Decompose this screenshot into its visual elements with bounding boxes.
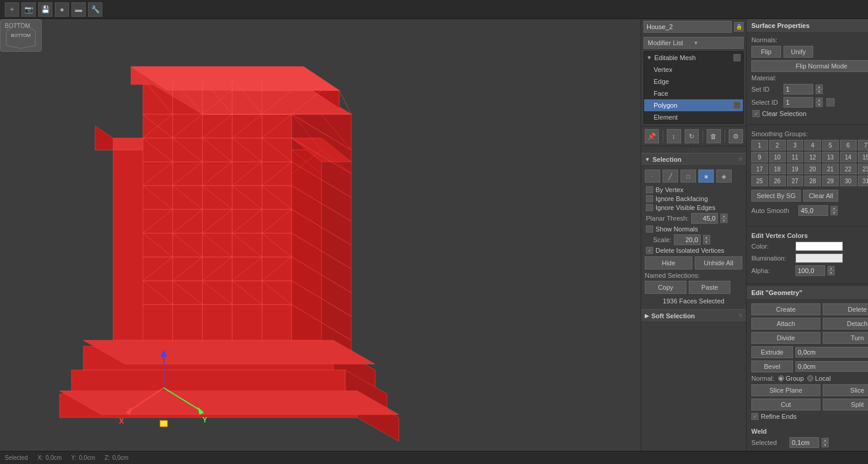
sg-btn-9[interactable]: 9 <box>751 152 768 162</box>
auto-smooth-up[interactable]: ▲ <box>830 206 838 211</box>
select-id-extra-arrow[interactable] <box>826 98 835 106</box>
sg-btn-28[interactable]: 28 <box>804 175 821 186</box>
set-id-input[interactable] <box>783 84 813 95</box>
square-icon[interactable]: ▬ <box>71 2 86 17</box>
select-id-up[interactable]: ▲ <box>816 98 823 102</box>
attach-button[interactable]: Attach <box>751 318 820 330</box>
soft-selection-header[interactable]: ▶ Soft Selection ⠿ <box>641 309 746 322</box>
polygon-sel-icon[interactable]: ■ <box>698 170 714 183</box>
sg-btn-3[interactable]: 3 <box>787 140 804 151</box>
sg-btn-17[interactable]: 17 <box>751 164 768 174</box>
save-icon[interactable]: 💾 <box>38 2 52 17</box>
detach-button[interactable]: Detach <box>823 318 868 330</box>
show-normals-checkbox[interactable] <box>646 225 653 233</box>
bevel-input[interactable] <box>795 361 868 372</box>
planar-thresh-down[interactable]: ▼ <box>720 218 728 223</box>
divide-button[interactable]: Divide <box>751 332 820 344</box>
alpha-up[interactable]: ▲ <box>828 266 835 271</box>
clear-all-button[interactable]: Clear All <box>803 190 838 202</box>
cut-button[interactable]: Cut <box>751 399 820 410</box>
select-id-down[interactable]: ▼ <box>816 102 823 107</box>
slice-button[interactable]: Slice <box>823 384 868 396</box>
flip-button[interactable]: Flip <box>751 46 781 58</box>
sg-btn-30[interactable]: 30 <box>840 175 857 186</box>
planar-thresh-input[interactable] <box>691 213 718 224</box>
ignore-visible-checkbox[interactable] <box>646 204 653 211</box>
move-icon[interactable]: ↕ <box>667 129 681 143</box>
sg-btn-6[interactable]: 6 <box>840 140 857 151</box>
slice-plane-button[interactable]: Slice Plane <box>751 384 820 396</box>
sg-btn-23[interactable]: 23 <box>858 164 869 174</box>
unhide-all-button[interactable]: Unhide All <box>695 256 742 269</box>
sg-btn-13[interactable]: 13 <box>822 152 839 162</box>
sg-btn-19[interactable]: 19 <box>787 164 804 174</box>
lock-button[interactable]: 🔒 <box>734 22 744 32</box>
vertex-sel-icon[interactable]: · <box>645 170 660 183</box>
sg-btn-18[interactable]: 18 <box>769 164 786 174</box>
border-sel-icon[interactable]: □ <box>680 170 696 183</box>
viewport[interactable]: BOTTOM <box>0 19 641 451</box>
auto-smooth-input[interactable] <box>798 205 828 216</box>
sg-btn-27[interactable]: 27 <box>787 175 804 186</box>
illumination-swatch[interactable] <box>795 253 843 263</box>
tree-item-polygon[interactable]: Polygon <box>644 99 743 111</box>
auto-smooth-down[interactable]: ▼ <box>830 211 838 215</box>
sg-btn-20[interactable]: 20 <box>804 164 821 174</box>
alpha-down[interactable]: ▼ <box>828 271 835 275</box>
wrench-icon[interactable]: 🔧 <box>88 2 102 17</box>
circle-icon[interactable]: ● <box>55 2 69 17</box>
tree-item-editable-mesh[interactable]: ▼ Editable Mesh <box>644 52 743 64</box>
tree-item-vertex[interactable]: Vertex <box>644 64 743 76</box>
weld-selected-input[interactable] <box>789 437 819 448</box>
add-icon[interactable]: + <box>5 2 19 17</box>
sg-btn-22[interactable]: 22 <box>840 164 857 174</box>
tree-item-face[interactable]: Face <box>644 87 743 99</box>
delete-icon[interactable]: 🗑 <box>707 129 721 143</box>
sg-btn-7[interactable]: 7 <box>858 140 869 151</box>
element-sel-icon[interactable]: ◈ <box>716 170 732 183</box>
by-vertex-checkbox[interactable] <box>646 186 653 193</box>
sg-btn-11[interactable]: 11 <box>787 152 804 162</box>
sg-btn-29[interactable]: 29 <box>822 175 839 186</box>
scale-input[interactable] <box>674 234 701 245</box>
group-radio[interactable]: Group <box>778 375 804 382</box>
sg-btn-21[interactable]: 21 <box>822 164 839 174</box>
unify-button[interactable]: Unify <box>783 46 813 58</box>
local-radio[interactable]: Local <box>807 375 830 382</box>
bevel-button[interactable]: Bevel <box>751 360 793 372</box>
pin-icon[interactable]: 📌 <box>645 129 659 143</box>
split-button[interactable]: Split <box>823 399 868 410</box>
tree-item-element[interactable]: Element <box>644 111 743 123</box>
select-by-sg-button[interactable]: Select By SG <box>751 190 801 202</box>
sg-btn-15[interactable]: 15 <box>858 152 869 162</box>
resize-handle[interactable]: ⋮⋮⋮ <box>641 146 746 153</box>
ignore-backfacing-checkbox[interactable] <box>646 195 653 202</box>
camera-icon[interactable]: 📷 <box>21 2 36 17</box>
clear-selection-checkbox[interactable] <box>753 110 760 117</box>
sg-btn-1[interactable]: 1 <box>751 140 768 151</box>
sg-btn-26[interactable]: 26 <box>769 175 786 186</box>
weld-down[interactable]: ▼ <box>822 443 829 447</box>
rotate-icon[interactable]: ↻ <box>685 129 699 143</box>
sg-btn-5[interactable]: 5 <box>822 140 839 151</box>
selection-section-header[interactable]: ▼ Selection ⠿ <box>641 153 746 166</box>
alpha-input[interactable] <box>795 265 825 276</box>
sg-btn-2[interactable]: 2 <box>769 140 786 151</box>
weld-up[interactable]: ▲ <box>822 438 829 443</box>
copy-button[interactable]: Copy <box>645 281 686 294</box>
extrude-input[interactable] <box>795 347 868 358</box>
extrude-button[interactable]: Extrude <box>751 346 793 358</box>
scale-down[interactable]: ▼ <box>703 240 710 244</box>
polygon-checkbox[interactable] <box>733 102 741 109</box>
flip-normal-mode-button[interactable]: Flip Normal Mode <box>751 60 868 72</box>
set-id-down[interactable]: ▼ <box>816 89 823 94</box>
sg-btn-12[interactable]: 12 <box>804 152 821 162</box>
hide-button[interactable]: Hide <box>645 256 692 269</box>
delete-isolated-checkbox[interactable] <box>646 247 653 254</box>
sg-btn-31[interactable]: 31 <box>858 175 869 186</box>
modifier-list-dropdown[interactable]: Modifier List ▼ <box>644 37 744 49</box>
paste-button[interactable]: Paste <box>689 281 730 294</box>
sg-btn-25[interactable]: 25 <box>751 175 768 186</box>
config-icon[interactable]: ⚙ <box>729 129 743 143</box>
select-id-input[interactable] <box>783 97 813 108</box>
